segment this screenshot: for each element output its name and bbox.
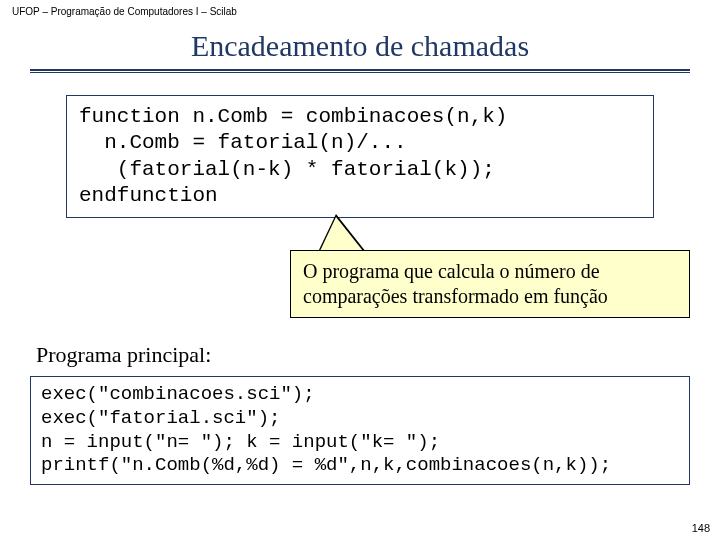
code-block-function: function n.Comb = combinacoes(n,k) n.Com… — [66, 95, 654, 218]
course-header: UFOP – Programação de Computadores I – S… — [0, 0, 720, 17]
section-label: Programa principal: — [36, 342, 720, 368]
callout-box: O programa que calcula o número de compa… — [290, 250, 690, 318]
callout-tail-fill — [320, 217, 363, 251]
callout-container: O programa que calcula o número de compa… — [0, 218, 720, 338]
code-block-main: exec("combinacoes.sci"); exec("fatorial.… — [30, 376, 690, 485]
slide-title: Encadeamento de chamadas — [0, 29, 720, 63]
page-number: 148 — [692, 522, 710, 534]
title-underline — [30, 69, 690, 73]
